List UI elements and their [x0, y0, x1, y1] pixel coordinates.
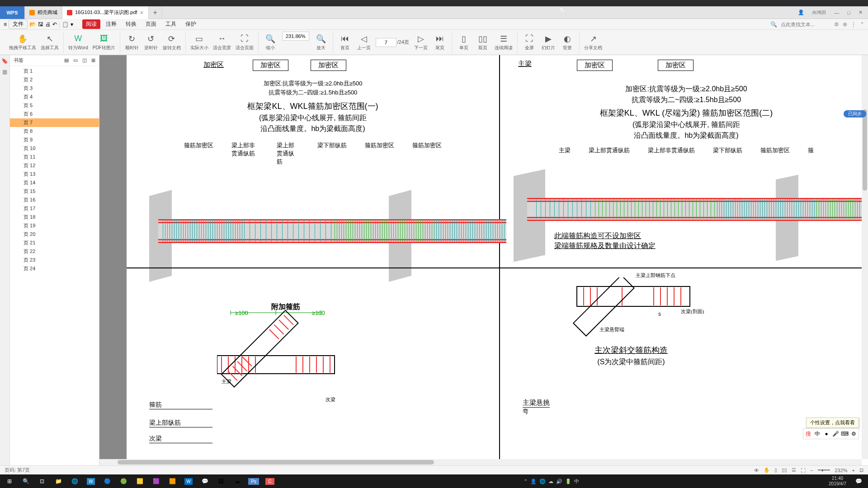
start-button[interactable]: ⊞ — [2, 475, 17, 488]
tool-first[interactable]: ⏮首页 — [338, 32, 352, 53]
bookmark-page-13[interactable]: 页 13 — [10, 170, 99, 178]
search-icon[interactable]: 🔍 — [770, 21, 777, 28]
status-view4-icon[interactable]: ⛶ — [801, 468, 806, 473]
bookmark-page-6[interactable]: 页 6 — [10, 110, 99, 118]
menu-hamburger-icon[interactable]: ≡ — [4, 21, 7, 28]
menu-read[interactable]: 阅读 — [82, 19, 100, 29]
close-icon[interactable]: ✕ — [859, 9, 863, 15]
bookmark-page-22[interactable]: 页 22 — [10, 247, 99, 256]
tool-hand[interactable]: ✋拖拽平移工具 — [9, 32, 36, 53]
settings-icon[interactable]: ⚙ — [834, 21, 839, 28]
tool-single[interactable]: ▯单页 — [457, 32, 471, 53]
minimize-icon[interactable]: — — [834, 10, 839, 15]
float-set-icon[interactable]: ⚙ — [850, 430, 857, 437]
bookmark-page-12[interactable]: 页 12 — [10, 161, 99, 170]
bookmark-page-16[interactable]: 页 16 — [10, 196, 99, 204]
bookmark-page-17[interactable]: 页 17 — [10, 204, 99, 213]
bookmark-page-21[interactable]: 页 21 — [10, 239, 99, 247]
tool-slideshow[interactable]: ▶幻灯片 — [541, 32, 556, 53]
tool-continuous[interactable]: ☰连续阅读 — [495, 32, 513, 53]
scroll-thumb-h[interactable] — [118, 460, 434, 465]
status-view1-icon[interactable]: ▯ — [774, 467, 777, 473]
status-zoom-in-icon[interactable]: + — [852, 468, 855, 473]
bookmark-page-1[interactable]: 页 1 — [10, 67, 99, 75]
taskbar-clock[interactable]: 21:40 2019/4/7 — [825, 476, 850, 487]
tool-zoom-out[interactable]: 🔍缩小 — [263, 32, 278, 53]
tab-add[interactable]: + — [149, 6, 162, 19]
tray-vol-icon[interactable]: 🔊 — [556, 479, 562, 484]
task-app-12[interactable]: Ps — [246, 475, 261, 488]
float-ime-icon[interactable]: 搜 — [805, 430, 812, 437]
status-view3-icon[interactable]: ☰ — [792, 467, 796, 473]
tray-cloud-icon[interactable]: ☁ — [548, 479, 553, 484]
task-app-9[interactable]: 💬 — [197, 475, 212, 488]
task-app-13[interactable]: C — [262, 475, 278, 488]
float-kb-icon[interactable]: ⌨ — [841, 430, 848, 437]
page-input[interactable] — [376, 38, 396, 47]
task-app-8[interactable]: W — [181, 475, 196, 488]
tool-rotate-ccw[interactable]: ↺逆时针 — [144, 32, 158, 53]
tool-last[interactable]: ⏭尾页 — [433, 32, 447, 53]
bm-tool2-icon[interactable]: ▭ — [73, 57, 78, 63]
bm-tool-icon[interactable]: ▤ — [64, 57, 69, 63]
task-search[interactable]: 🔍 — [18, 475, 33, 488]
menu-file[interactable]: 文件 — [9, 19, 28, 29]
task-app-2[interactable]: W — [83, 475, 99, 488]
task-app-6[interactable]: 🟪 — [148, 475, 164, 488]
maximize-icon[interactable]: □ — [847, 10, 850, 15]
search-input[interactable] — [781, 22, 830, 27]
bookmark-page-19[interactable]: 页 19 — [10, 221, 99, 230]
task-explorer[interactable]: 📁 — [51, 475, 66, 488]
sync-badge[interactable]: 已同步 — [844, 110, 866, 117]
scrollbar-horizontal[interactable] — [99, 459, 862, 465]
tab-wps[interactable]: WPS — [0, 6, 25, 19]
status-zoom-slider[interactable]: ━●━━ — [818, 467, 830, 473]
tab-close-icon[interactable]: × — [140, 9, 144, 16]
bookmark-page-5[interactable]: 页 5 — [10, 101, 99, 110]
menu-page[interactable]: 页面 — [142, 19, 160, 29]
menu-open-icon[interactable]: 📂 — [29, 21, 36, 28]
tool-double[interactable]: ▯▯双页 — [476, 32, 490, 53]
tray-bat-icon[interactable]: 🔋 — [565, 479, 571, 484]
status-eye-icon[interactable]: 👁 — [754, 468, 759, 473]
tool-actual[interactable]: ▭实际大小 — [190, 32, 208, 53]
tool-fullscreen[interactable]: ⛶全屏 — [522, 32, 537, 53]
user-icon[interactable]: 👤 — [798, 9, 804, 15]
tool-share[interactable]: ↗分享文档 — [584, 32, 602, 53]
menu-undo-icon[interactable]: ↶ — [52, 21, 57, 28]
status-zoom-out-icon[interactable]: − — [810, 468, 813, 473]
float-tooltip[interactable]: 个性设置，点我看看 — [806, 418, 859, 428]
bookmark-page-3[interactable]: 页 3 — [10, 84, 99, 93]
tool-rotate-cw[interactable]: ↻顺时针 — [125, 32, 139, 53]
bookmark-icon[interactable]: 🔖 — [1, 58, 8, 64]
tray-up-icon[interactable]: ⌃ — [524, 479, 528, 484]
task-app-1[interactable]: 🌐 — [67, 475, 82, 488]
tray-ime-icon[interactable]: 中 — [574, 478, 579, 485]
tab-document[interactable]: 16G101-03...梁平法识图.pdf × — [62, 6, 149, 19]
more-icon[interactable]: ⋮ — [851, 21, 856, 28]
menu-save-icon[interactable]: 🖫 — [38, 21, 43, 28]
tool-to-img[interactable]: 🖼PDF转图片 — [93, 32, 115, 53]
help-icon[interactable]: ⊕ — [843, 21, 847, 28]
menu-dropdown-icon[interactable]: ▾ — [71, 21, 73, 28]
bookmark-page-24[interactable]: 页 24 — [10, 264, 99, 273]
collapse-icon[interactable]: ⌃ — [860, 21, 864, 28]
bookmark-page-18[interactable]: 页 18 — [10, 213, 99, 221]
tool-fit-p[interactable]: ⛶适合页面 — [236, 32, 254, 53]
menu-print-icon[interactable]: 🖨 — [45, 21, 51, 28]
task-app-10[interactable]: 🖼 — [213, 475, 229, 488]
task-app-3[interactable]: 🔵 — [99, 475, 115, 488]
scroll-thumb-v[interactable] — [863, 109, 867, 191]
tool-background[interactable]: ◐背景 — [560, 32, 575, 53]
tab-store[interactable]: 稻壳商城 — [25, 6, 62, 19]
task-app-11[interactable]: ☁ — [230, 475, 245, 488]
status-fit-icon[interactable]: ⊡ — [859, 467, 863, 473]
float-mic-icon[interactable]: 🎤 — [832, 430, 839, 437]
bookmark-page-4[interactable]: 页 4 — [10, 93, 99, 101]
tool-rotate-doc[interactable]: ⟳旋转文档 — [163, 32, 181, 53]
task-view[interactable]: ⊡ — [34, 475, 50, 488]
tray-net-icon[interactable]: 🌐 — [539, 479, 546, 484]
tool-fit-w[interactable]: ↔适合宽度 — [213, 32, 231, 53]
status-view2-icon[interactable]: ▯▯ — [782, 467, 787, 473]
document-viewport[interactable]: 加密区 加密区 加密区 加密区:抗震等级为一级:≥2.0hb且≥500 抗震等级… — [99, 55, 868, 465]
